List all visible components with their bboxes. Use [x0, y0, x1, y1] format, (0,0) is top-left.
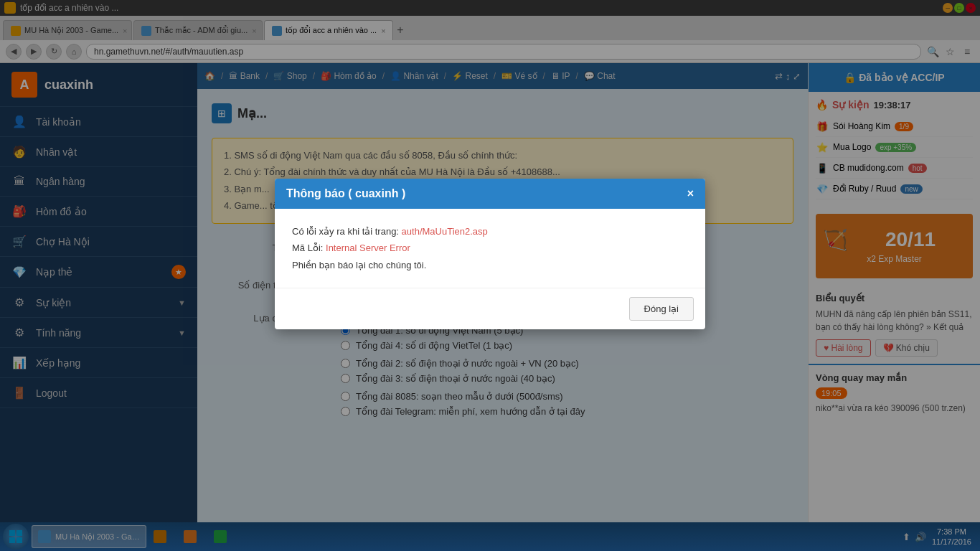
- modal-error-url: auth/MaUuTien2.asp: [402, 226, 488, 237]
- modal-body-line1: Có lỗi xảy ra khi tải trang:: [292, 226, 402, 237]
- modal-close-icon[interactable]: ×: [687, 187, 694, 200]
- modal-body-line2: Mã Lỗi:: [292, 242, 326, 253]
- modal-overlay[interactable]: Thông báo ( cuaxinh ) × Có lỗi xảy ra kh…: [0, 0, 980, 551]
- modal-body: Có lỗi xảy ra khi tải trang: auth/MaUuTi…: [275, 209, 705, 288]
- modal-header: Thông báo ( cuaxinh ) ×: [275, 179, 705, 209]
- modal-error-line1: Có lỗi xảy ra khi tải trang: auth/MaUuTi…: [292, 223, 688, 240]
- modal-error-code: Internal Server Error: [326, 242, 410, 253]
- modal-close-button[interactable]: Đóng lại: [629, 297, 694, 321]
- modal-dialog: Thông báo ( cuaxinh ) × Có lỗi xảy ra kh…: [275, 179, 705, 329]
- modal-error-line2: Mã Lỗi: Internal Server Error: [292, 240, 688, 256]
- modal-title: Thông báo ( cuaxinh ): [286, 187, 405, 200]
- modal-body-line3: Phiền bạn báo lại cho chúng tôi.: [292, 257, 688, 273]
- modal-footer: Đóng lại: [275, 288, 705, 329]
